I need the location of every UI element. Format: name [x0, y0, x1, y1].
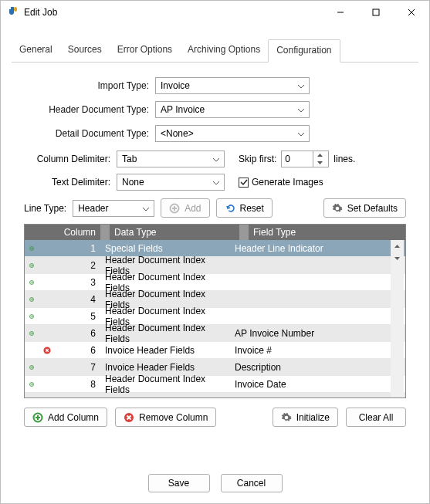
minimize-button[interactable] — [323, 1, 358, 24]
row-column-num: 1 — [56, 243, 100, 254]
tab-error-options[interactable]: Error Options — [110, 39, 180, 62]
save-button[interactable]: Save — [148, 474, 210, 492]
row-datatype: Header Document Index Fields — [100, 323, 230, 344]
detail-doc-type-value: <None> — [161, 128, 194, 139]
detail-doc-type-label: Detail Document Type: — [24, 128, 155, 139]
gear-icon — [332, 203, 343, 214]
row-status-icon — [25, 295, 39, 304]
import-type-select[interactable]: Invoice — [155, 77, 310, 94]
line-type-value: Header — [78, 203, 108, 214]
reset-button[interactable]: Reset — [216, 198, 273, 218]
row-datatype: Invoice Header Fields — [100, 396, 230, 399]
add-column-button[interactable]: Add Column — [24, 408, 107, 427]
skip-first-label: Skip first: — [239, 154, 276, 164]
header-doc-type-label: Header Document Type: — [24, 104, 155, 115]
spinner-down-icon[interactable] — [313, 159, 327, 167]
text-delim-value: None — [122, 177, 144, 188]
column-delim-value: Tab — [122, 154, 137, 164]
row-column-num: 3 — [56, 277, 100, 288]
chevron-down-icon — [298, 128, 304, 139]
table-row[interactable]: 6Invoice Header FieldsInvoice # — [25, 342, 405, 359]
tab-general[interactable]: General — [12, 39, 60, 62]
lines-label: lines. — [334, 154, 355, 164]
spinner-arrows[interactable] — [313, 151, 327, 167]
row-datatype: Invoice Header Fields — [100, 345, 230, 356]
svg-rect-0 — [14, 7, 17, 12]
row-fieldtype: Description — [230, 362, 405, 373]
row-datatype: Special Fields — [100, 243, 230, 254]
svg-point-15 — [43, 397, 50, 398]
add-line-button[interactable]: Add — [161, 198, 209, 218]
row-column-num: 2 — [56, 260, 100, 271]
generate-images-checkbox[interactable]: Generate Images — [239, 177, 323, 188]
tab-bar: General Sources Error Options Archiving … — [12, 24, 418, 63]
row-error-icon — [39, 346, 56, 355]
cancel-button[interactable]: Cancel — [221, 474, 283, 492]
initialize-label: Initialize — [296, 412, 330, 423]
columns-table: Column Data Type Field Type 1Special Fie… — [24, 224, 406, 398]
chevron-down-icon — [298, 104, 304, 115]
row-status-icon — [25, 312, 39, 321]
row-status-icon — [25, 329, 39, 338]
row-fieldtype: Header Line Indicator — [230, 243, 405, 254]
remove-icon — [124, 412, 134, 423]
maximize-button[interactable] — [358, 1, 394, 24]
config-form: Import Type: Invoice Header Document Typ… — [1, 63, 429, 142]
chevron-down-icon — [298, 80, 304, 91]
row-fieldtype: Invoice Date — [230, 379, 405, 390]
spinner-up-icon[interactable] — [313, 151, 327, 159]
skip-first-input[interactable] — [282, 154, 313, 164]
set-defaults-button[interactable]: Set Defaults — [323, 198, 406, 218]
row-status-icon — [25, 244, 39, 253]
import-type-value: Invoice — [161, 80, 190, 91]
row-status-icon — [25, 261, 39, 270]
col-header-column[interactable]: Column — [56, 227, 100, 238]
scroll-down-icon[interactable] — [391, 252, 404, 265]
plus-icon — [32, 412, 43, 423]
text-delim-label: Text Delimiter: — [24, 177, 117, 188]
tab-sources[interactable]: Sources — [60, 39, 110, 62]
skip-first-spinner[interactable] — [281, 151, 329, 167]
row-column-num: 6 — [56, 328, 100, 339]
row-column-num: 4 — [56, 294, 100, 305]
initialize-button[interactable]: Initialize — [273, 408, 338, 427]
remove-column-button[interactable]: Remove Column — [115, 408, 216, 427]
remove-column-label: Remove Column — [139, 412, 208, 423]
table-row[interactable]: 6Header Document Index FieldsAP Invoice … — [25, 325, 405, 342]
row-column-num: 8 — [56, 379, 100, 390]
set-defaults-label: Set Defaults — [347, 203, 398, 214]
tab-archiving-options[interactable]: Archiving Options — [180, 39, 268, 62]
reset-label: Reset — [240, 203, 264, 214]
import-type-label: Import Type: — [24, 80, 155, 91]
undo-icon — [225, 203, 235, 214]
column-delim-select[interactable]: Tab — [117, 151, 225, 167]
generate-images-label: Generate Images — [252, 177, 323, 188]
app-icon — [7, 6, 19, 19]
clear-all-button[interactable]: Clear All — [346, 408, 406, 427]
add-column-label: Add Column — [48, 412, 99, 423]
checkbox-icon — [239, 178, 249, 188]
detail-doc-type-select[interactable]: <None> — [155, 125, 310, 142]
row-datatype: Header Document Index Fields — [100, 374, 230, 395]
line-type-select[interactable]: Header — [73, 200, 154, 217]
header-doc-type-select[interactable]: AP Invoice — [155, 101, 310, 118]
col-header-fieldtype[interactable]: Field Type — [249, 227, 405, 238]
table-header: Column Data Type Field Type — [25, 225, 405, 240]
table-row[interactable]: 8Header Document Index FieldsInvoice Dat… — [25, 376, 405, 393]
row-status-icon — [25, 363, 39, 372]
vertical-scrollbar[interactable] — [391, 240, 404, 397]
row-column-num: 8 — [56, 396, 100, 399]
col-header-datatype[interactable]: Data Type — [110, 227, 239, 238]
tab-configuration[interactable]: Configuration — [268, 39, 340, 63]
row-status-icon — [25, 380, 39, 389]
close-button[interactable] — [394, 1, 429, 24]
text-delim-select[interactable]: None — [117, 174, 225, 191]
add-line-label: Add — [185, 203, 201, 214]
scroll-up-icon[interactable] — [391, 240, 404, 252]
header-doc-type-value: AP Invoice — [161, 104, 205, 115]
column-delim-label: Column Delimiter: — [24, 154, 117, 164]
row-fieldtype: Invoice Date — [230, 396, 405, 399]
row-column-num: 7 — [56, 362, 100, 373]
row-error-icon — [39, 397, 56, 399]
row-datatype: Invoice Header Fields — [100, 362, 230, 373]
